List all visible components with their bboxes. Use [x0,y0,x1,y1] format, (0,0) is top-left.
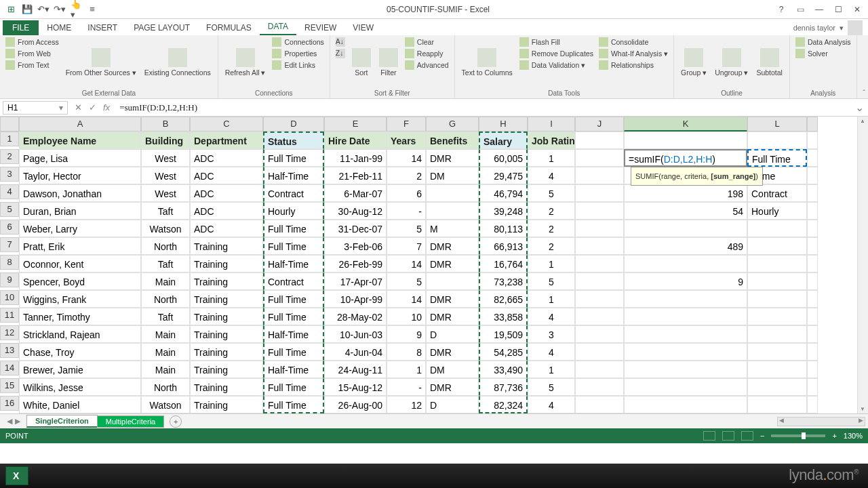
cell[interactable]: Main [141,361,190,378]
row-header-4[interactable]: 4 [0,184,19,199]
row-header-1[interactable]: 1 [0,131,19,146]
cell[interactable]: 21-Feb-11 [324,167,387,184]
cell-k1[interactable] [624,131,747,149]
sort-az-button[interactable]: A↓ [334,37,347,47]
cell[interactable]: ADC [190,167,263,184]
column-header-I[interactable]: I [528,117,575,131]
cell[interactable]: Full Time [263,343,324,361]
cell[interactable]: West [141,167,190,184]
horizontal-scrollbar[interactable]: ◀ ▶ [777,417,865,426]
cell[interactable]: 82,324 [479,396,528,413]
cell[interactable]: 17-Apr-07 [324,272,387,290]
cell[interactable]: 24-Aug-11 [324,361,387,378]
cell[interactable]: DM [426,167,479,184]
cell[interactable] [747,308,807,325]
cell[interactable]: 31-Dec-07 [324,220,387,237]
cell[interactable]: 5 [528,184,575,202]
data-validation-button[interactable]: Data Validation ▾ [518,60,595,70]
cell[interactable]: 1 [528,149,575,167]
consolidate-button[interactable]: Consolidate [597,37,669,47]
cell[interactable]: Full Time [263,220,324,237]
new-sheet-button[interactable]: + [170,415,182,428]
cell[interactable]: 54,285 [479,343,528,361]
cell[interactable]: 9 [624,272,747,290]
cell[interactable]: White, Daniel [19,396,141,413]
cell[interactable] [624,255,747,272]
cell[interactable]: 60,005 [479,149,528,167]
row-header-14[interactable]: 14 [0,361,19,375]
cell[interactable]: ADC [190,149,263,167]
cell[interactable] [575,378,624,396]
row-header-10[interactable]: 10 [0,290,19,305]
cell-l1[interactable] [747,131,807,149]
cell[interactable] [575,361,624,378]
cell[interactable] [624,361,747,378]
cell[interactable]: 5 [387,272,426,290]
cell[interactable]: Tanner, Timothy [19,308,141,325]
tab-formulas[interactable]: FORMULAS [198,20,260,35]
cell[interactable]: 87,736 [479,378,528,396]
cell[interactable]: 33,858 [479,308,528,325]
sheet-nav-prev-icon[interactable]: ◀ [7,417,12,426]
cell[interactable] [747,272,807,290]
cell[interactable] [575,255,624,272]
zoom-in-icon[interactable]: + [832,432,836,440]
cell[interactable]: Hourly [747,202,807,220]
cell[interactable]: 4 [528,308,575,325]
refresh-all-button[interactable]: Refresh All ▾ [222,37,269,88]
touch-mode-icon[interactable]: 👆▾ [71,4,81,15]
row-header-12[interactable]: 12 [0,325,19,340]
cell[interactable]: 14 [387,290,426,308]
cell[interactable]: DMR [426,308,479,325]
cell[interactable] [624,290,747,308]
row-header-16[interactable]: 16 [0,396,19,411]
cell[interactable] [575,184,624,202]
column-header-B[interactable]: B [141,117,190,131]
cell[interactable]: 1 [528,255,575,272]
cell[interactable]: Weber, Larry [19,220,141,237]
subtotal-button[interactable]: Subtotal [753,37,785,88]
cell[interactable]: DMR [426,255,479,272]
cell[interactable]: Half-Time [263,361,324,378]
cell[interactable]: 82,665 [479,290,528,308]
cell[interactable]: - [387,202,426,220]
cell[interactable]: 1 [387,361,426,378]
cell[interactable]: 7 [387,237,426,255]
cell[interactable]: ADC [190,202,263,220]
cell[interactable]: West [141,184,190,202]
page-break-view-icon[interactable] [741,431,753,441]
column-header-A[interactable]: A [19,117,141,131]
cell[interactable]: 16,764 [479,255,528,272]
minimize-icon[interactable]: — [811,3,827,16]
cell-l2[interactable]: Full Time [747,149,807,167]
column-header-D[interactable]: D [263,117,324,131]
cell[interactable]: 29,475 [479,167,528,184]
cell-editing[interactable]: =sumIF(D:D,L2,H:H)SUMIF(range, criteria,… [624,149,747,167]
tab-page-layout[interactable]: PAGE LAYOUT [125,20,198,35]
cell[interactable] [747,255,807,272]
cell[interactable]: 26-Aug-00 [324,396,387,413]
ribbon-options-icon[interactable]: ▭ [792,3,808,16]
cell[interactable]: West [141,149,190,167]
row-header-15[interactable]: 15 [0,378,19,393]
cell[interactable]: 5 [528,378,575,396]
cell[interactable] [747,325,807,343]
cell[interactable] [575,220,624,237]
cell[interactable]: Half-Time [263,255,324,272]
help-icon[interactable]: ? [773,3,789,16]
tab-review[interactable]: REVIEW [296,20,344,35]
cell[interactable]: Pratt, Erik [19,237,141,255]
tab-insert[interactable]: INSERT [79,20,125,35]
what-if-button[interactable]: What-If Analysis ▾ [597,48,669,59]
page-layout-view-icon[interactable] [722,431,734,441]
sheet-tab-single[interactable]: SingleCriterion [26,415,98,428]
cell[interactable]: DMR [426,237,479,255]
cell[interactable]: 66,913 [479,237,528,255]
cell[interactable]: Full Time [263,378,324,396]
cell[interactable]: 10-Apr-99 [324,290,387,308]
cell[interactable] [575,167,624,184]
flash-fill-button[interactable]: Flash Fill [518,37,595,47]
cell[interactable]: Oconnor, Kent [19,255,141,272]
cell[interactable]: Main [141,325,190,343]
cell[interactable] [426,184,479,202]
